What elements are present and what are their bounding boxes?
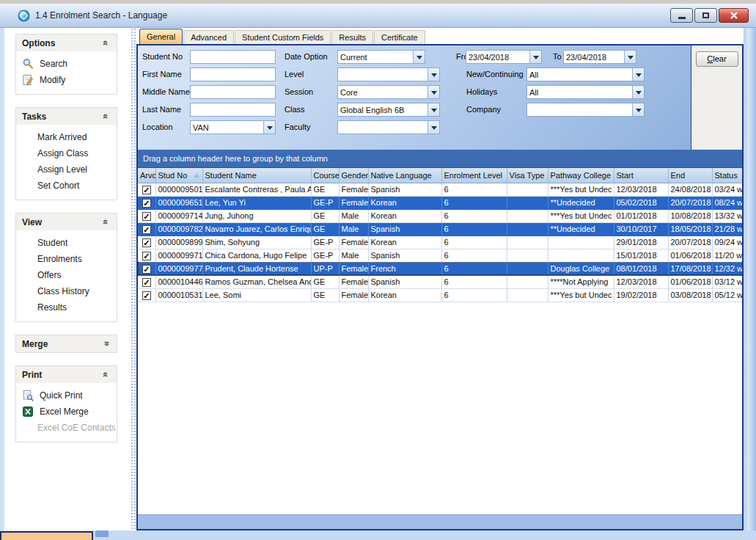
cell-stud_no[interactable]: 0000010531: [155, 288, 202, 302]
cell-end[interactable]: 03/08/2018: [668, 288, 712, 302]
cell-end[interactable]: 01/06/2018: [668, 249, 712, 262]
table-row[interactable]: 0000010531Lee, SomiGEFemaleKorean6***Yes…: [138, 288, 742, 302]
tab-general[interactable]: General: [139, 29, 183, 44]
cell-stud_no[interactable]: 0000009899: [155, 236, 202, 249]
sidebar-splitter[interactable]: [131, 28, 136, 530]
column-header-stud-no[interactable]: Stud No: [155, 168, 202, 183]
cell-language[interactable]: Spanish: [368, 275, 441, 288]
cell-visa[interactable]: [507, 249, 548, 262]
cell-end[interactable]: 20/07/2018: [668, 196, 712, 209]
table-row[interactable]: 0000009651Lee, Yun YiGE-PFemaleKorean6**…: [138, 196, 742, 209]
section-header-merge[interactable]: Merge: [16, 335, 117, 352]
cell-start[interactable]: 29/01/2018: [614, 236, 668, 249]
cell-stud_no[interactable]: 0000009651: [155, 196, 202, 209]
cell-stud_no[interactable]: 0000009977: [155, 262, 202, 275]
arrived-checkbox[interactable]: [142, 238, 151, 247]
sidebar-item-results[interactable]: Results: [16, 299, 117, 315]
cell-arvd[interactable]: [138, 209, 155, 222]
cell-status[interactable]: 11/20 wks: [712, 249, 742, 262]
sidebar-item-student[interactable]: Student: [16, 235, 117, 251]
cell-pathway[interactable]: Douglas College: [548, 262, 614, 275]
cell-stud_no[interactable]: 0000009971: [155, 249, 202, 262]
cell-gender[interactable]: Male: [339, 222, 368, 236]
cell-name[interactable]: Navarro Juarez, Carlos Enriqu: [202, 222, 311, 236]
cell-status[interactable]: 08/24 wks: [712, 196, 742, 209]
sidebar-item-class-history[interactable]: Class History: [16, 283, 117, 299]
location-select[interactable]: VAN: [190, 120, 276, 134]
company-select[interactable]: [526, 103, 645, 117]
tab-certificate[interactable]: Certificate: [374, 30, 425, 44]
chevron-double-up-icon[interactable]: [102, 370, 111, 379]
cell-start[interactable]: 12/03/2018: [614, 183, 668, 196]
cell-end[interactable]: 24/08/2018: [668, 183, 712, 196]
cell-stud_no[interactable]: 0000009782: [155, 222, 202, 236]
cell-status[interactable]: 09/24 wks: [712, 236, 742, 249]
cell-start[interactable]: 01/01/2018: [614, 209, 668, 222]
cell-visa[interactable]: [507, 196, 548, 209]
to-date-select[interactable]: 23/04/2018: [563, 50, 636, 64]
cell-pathway[interactable]: [548, 249, 614, 262]
cell-language[interactable]: Korean: [368, 236, 441, 249]
cell-course[interactable]: GE: [311, 275, 339, 288]
cell-gender[interactable]: Male: [339, 249, 368, 262]
chevron-double-up-icon[interactable]: [102, 38, 111, 48]
minimize-button[interactable]: [670, 8, 693, 23]
cell-end[interactable]: 01/06/2018: [668, 275, 712, 288]
cell-arvd[interactable]: [138, 196, 155, 209]
cell-name[interactable]: Lee, Somi: [202, 288, 311, 302]
cell-end[interactable]: 18/05/2018: [668, 222, 712, 236]
cell-level[interactable]: 6: [441, 222, 507, 236]
cell-arvd[interactable]: [138, 236, 155, 249]
column-header-student-name[interactable]: Student Name: [202, 168, 311, 183]
middle-name-input[interactable]: [190, 85, 276, 99]
cell-status[interactable]: 05/12 wks: [712, 288, 742, 302]
restore-button[interactable]: [694, 8, 717, 23]
cell-language[interactable]: Korean: [368, 196, 441, 209]
from-date-select[interactable]: 23/04/2018: [466, 50, 542, 64]
cell-level[interactable]: 6: [441, 249, 507, 262]
cell-language[interactable]: Spanish: [368, 249, 441, 262]
cell-start[interactable]: 08/01/2018: [614, 262, 668, 275]
column-header-course[interactable]: Course: [311, 168, 339, 183]
new-continuing-select[interactable]: All: [526, 68, 645, 81]
cell-course[interactable]: GE: [311, 288, 339, 302]
table-row[interactable]: 0000009714Jung, JuhongGEMaleKorean6***Ye…: [138, 209, 742, 222]
sidebar-item-enrolments[interactable]: Enrolments: [16, 251, 117, 267]
cell-name[interactable]: Escalante Contreras , Paula A: [202, 183, 311, 196]
last-name-input[interactable]: [190, 103, 276, 117]
cell-arvd[interactable]: [138, 275, 155, 288]
cell-visa[interactable]: [507, 288, 548, 302]
cell-course[interactable]: GE-P: [311, 249, 339, 262]
cell-language[interactable]: Korean: [368, 288, 441, 302]
sidebar-item-set-cohort[interactable]: Set Cohort: [16, 178, 117, 194]
cell-arvd[interactable]: [138, 249, 155, 262]
cell-gender[interactable]: Female: [339, 262, 368, 275]
cell-course[interactable]: GE: [311, 222, 339, 236]
cell-start[interactable]: 15/01/2018: [614, 249, 668, 262]
level-select[interactable]: [337, 68, 440, 81]
sidebar-item-modify[interactable]: Modify: [16, 72, 117, 88]
column-header-pathway-college[interactable]: Pathway College: [548, 168, 614, 183]
cell-start[interactable]: 12/03/2018: [614, 275, 668, 288]
cell-course[interactable]: GE-P: [311, 236, 339, 249]
column-header-arvd[interactable]: Arvd: [138, 168, 155, 183]
cell-status[interactable]: 21/28 wks: [712, 222, 742, 236]
cell-stud_no[interactable]: 0000009501: [155, 183, 202, 196]
class-select[interactable]: Global English 6B: [337, 103, 440, 117]
tab-student-custom-fields[interactable]: Student Custom Fields: [235, 30, 331, 44]
cell-pathway[interactable]: ***Yes but Undec: [548, 209, 614, 222]
cell-status[interactable]: 12/32 wks: [712, 262, 742, 275]
cell-arvd[interactable]: [138, 222, 155, 236]
cell-pathway[interactable]: ****Not Applying: [548, 275, 614, 288]
cell-visa[interactable]: [507, 275, 548, 288]
table-row[interactable]: 0000009899Shim, SohyungGE-PFemaleKorean6…: [138, 236, 742, 249]
cell-visa[interactable]: [507, 222, 548, 236]
sidebar-item-excel-merge[interactable]: Excel Merge: [16, 404, 117, 420]
section-header-view[interactable]: View: [16, 214, 117, 230]
chevron-double-up-icon[interactable]: [102, 112, 111, 121]
cell-pathway[interactable]: ***Yes but Undec: [548, 288, 614, 302]
cell-name[interactable]: Lee, Yun Yi: [202, 196, 311, 209]
cell-gender[interactable]: Female: [339, 288, 368, 302]
cell-gender[interactable]: Male: [339, 209, 368, 222]
faculty-select[interactable]: [337, 120, 440, 134]
